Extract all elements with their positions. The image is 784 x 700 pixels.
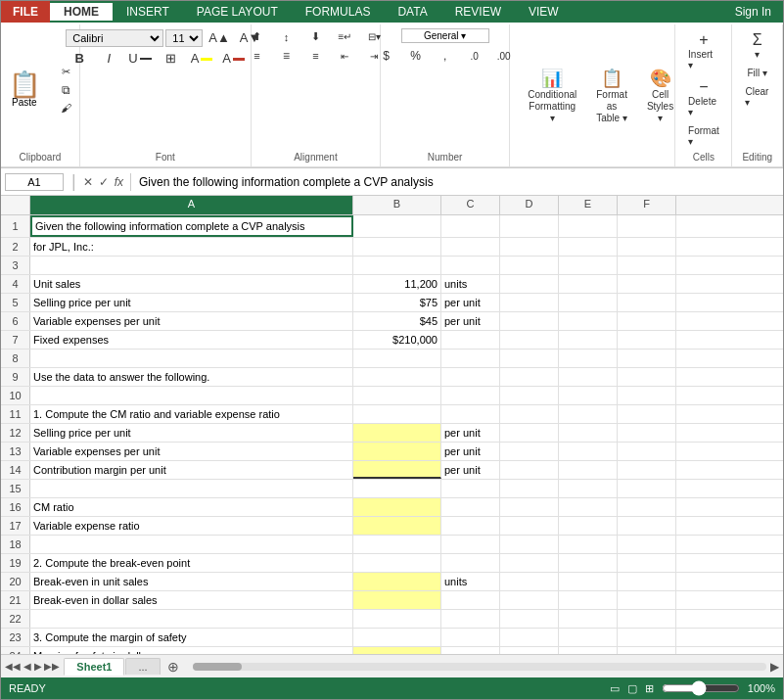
cell[interactable] [500, 591, 559, 609]
row-number[interactable]: 19 [1, 554, 30, 572]
cell[interactable]: Variable expenses per unit [30, 443, 353, 460]
row-number[interactable]: 5 [1, 294, 30, 311]
cell[interactable] [353, 554, 441, 572]
cell-ref-input[interactable] [5, 173, 64, 191]
clear-button[interactable]: Clear ▾ [740, 83, 774, 111]
row-number[interactable]: 14 [1, 461, 30, 479]
row-number[interactable]: 2 [1, 238, 30, 256]
decrease-indent-button[interactable]: ⇤ [331, 47, 358, 65]
col-header-a[interactable]: A [30, 196, 353, 214]
cell[interactable] [30, 536, 353, 553]
cell[interactable] [618, 294, 676, 311]
cell[interactable] [441, 498, 500, 516]
row-number[interactable]: 17 [1, 517, 30, 535]
cell[interactable] [618, 554, 676, 572]
row-number[interactable]: 1 [1, 215, 30, 237]
cell[interactable]: Fixed expenses [30, 331, 353, 349]
cell[interactable]: 1. Compute the CM ratio and variable exp… [30, 405, 353, 423]
delete-cells-button[interactable]: − Delete ▾ [683, 75, 724, 120]
underline-button[interactable]: U [124, 49, 155, 68]
cell[interactable] [618, 461, 676, 479]
cell[interactable] [441, 368, 500, 386]
cell[interactable] [353, 536, 441, 553]
cell[interactable] [500, 647, 559, 654]
cell[interactable] [618, 331, 676, 349]
cell[interactable] [559, 331, 618, 349]
cancel-formula-button[interactable]: ✕ [80, 174, 96, 190]
row-number[interactable]: 23 [1, 629, 30, 646]
cell[interactable] [618, 215, 676, 237]
cell[interactable] [353, 405, 441, 423]
row-number[interactable]: 6 [1, 312, 30, 330]
tab-page-layout[interactable]: PAGE LAYOUT [183, 3, 292, 21]
cell[interactable] [618, 498, 676, 516]
cell[interactable] [618, 610, 676, 628]
cell[interactable]: Variable expenses per unit [30, 312, 353, 330]
cell[interactable] [353, 387, 441, 404]
percent-button[interactable]: % [402, 47, 430, 65]
wrap-text-button[interactable]: ≡↵ [331, 28, 358, 45]
row-number[interactable]: 16 [1, 498, 30, 516]
cell[interactable] [353, 610, 441, 628]
cell[interactable] [559, 573, 618, 590]
comma-button[interactable]: , [432, 47, 459, 65]
cell[interactable] [559, 238, 618, 256]
row-number[interactable]: 9 [1, 368, 30, 386]
cell[interactable]: 2. Compute the break-even point [30, 554, 353, 572]
cell[interactable]: Margin of safety in dollars [30, 647, 353, 654]
cell[interactable] [618, 480, 676, 497]
page-break-view-button[interactable]: ⊞ [645, 682, 654, 695]
align-left-button[interactable]: ≡ [243, 47, 270, 65]
cell[interactable] [559, 498, 618, 516]
horizontal-scrollbar-track[interactable] [193, 663, 766, 671]
formula-input[interactable] [135, 173, 779, 191]
cell[interactable] [353, 443, 441, 460]
row-number[interactable]: 24 [1, 647, 30, 654]
tab-formulas[interactable]: FORMULAS [292, 3, 385, 21]
col-header-d[interactable]: D [500, 196, 559, 214]
border-button[interactable]: ⊞ [158, 49, 185, 68]
row-number[interactable]: 4 [1, 275, 30, 293]
cell[interactable] [559, 312, 618, 330]
cell[interactable]: per unit [441, 461, 500, 479]
cell[interactable] [441, 480, 500, 497]
cell[interactable] [441, 331, 500, 349]
cell[interactable] [618, 591, 676, 609]
cell[interactable] [618, 238, 676, 256]
cell[interactable] [618, 405, 676, 423]
cell[interactable] [441, 591, 500, 609]
cell[interactable] [30, 350, 353, 367]
italic-button[interactable]: I [95, 49, 122, 68]
row-number[interactable]: 20 [1, 573, 30, 590]
horizontal-scrollbar-thumb[interactable] [193, 663, 242, 671]
cell[interactable] [500, 554, 559, 572]
cell[interactable] [500, 480, 559, 497]
row-number[interactable]: 11 [1, 405, 30, 423]
cell[interactable] [441, 610, 500, 628]
cell[interactable] [559, 461, 618, 479]
paste-button[interactable]: 📋 Paste [0, 67, 49, 113]
align-bottom-button[interactable]: ⬇ [301, 28, 329, 45]
row-number[interactable]: 7 [1, 331, 30, 349]
tab-review[interactable]: REVIEW [441, 3, 515, 21]
cell[interactable] [500, 257, 559, 274]
cell[interactable] [353, 350, 441, 367]
col-header-e[interactable]: E [559, 196, 618, 214]
tab-view[interactable]: VIEW [515, 3, 573, 21]
cell[interactable] [500, 517, 559, 535]
font-face-select[interactable]: Calibri [66, 29, 163, 47]
cell[interactable] [559, 424, 618, 442]
cell[interactable] [500, 498, 559, 516]
cell[interactable]: Given the following information complete… [30, 215, 353, 237]
cell[interactable] [559, 517, 618, 535]
tab-home[interactable]: HOME [50, 3, 113, 21]
row-number[interactable]: 18 [1, 536, 30, 553]
cell[interactable] [559, 480, 618, 497]
cell[interactable]: $75 [353, 294, 441, 311]
cell[interactable] [618, 312, 676, 330]
cell[interactable] [500, 443, 559, 460]
cell[interactable] [500, 215, 559, 237]
cell[interactable]: 11,200 [353, 275, 441, 293]
cell[interactable]: Break-even in unit sales [30, 573, 353, 590]
cell[interactable] [500, 536, 559, 553]
